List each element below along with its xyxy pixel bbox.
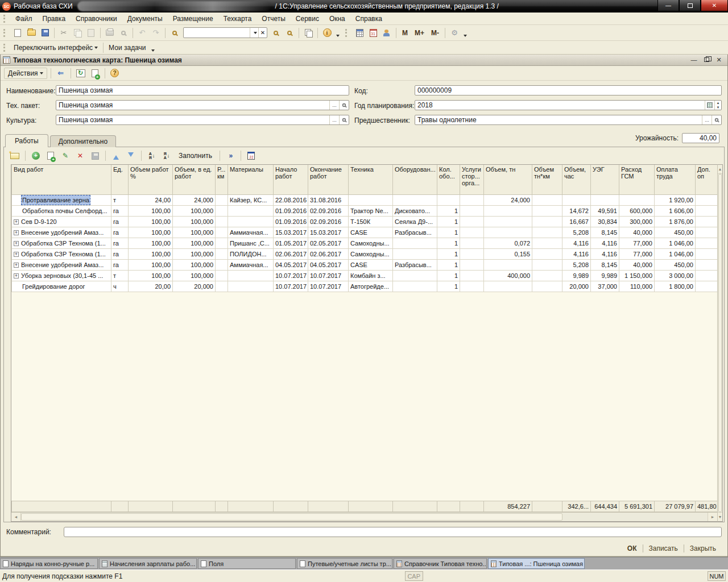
table-cell[interactable]: Т-150К: [349, 216, 393, 227]
table-cell[interactable]: CASE: [349, 227, 393, 238]
table-cell[interactable]: 4,116: [591, 248, 619, 259]
table-cell[interactable]: [696, 248, 718, 259]
table-cell[interactable]: [228, 281, 274, 292]
find-next-icon[interactable]: [270, 27, 282, 39]
memory-m-button[interactable]: M: [399, 29, 411, 37]
table-cell[interactable]: [532, 281, 562, 292]
year-field[interactable]: 2018 ▲▼: [415, 100, 722, 110]
expand-row-icon[interactable]: +: [14, 230, 19, 235]
taskbar-item[interactable]: Поля: [198, 558, 296, 569]
table-cell[interactable]: 0,155: [484, 248, 532, 259]
table-cell[interactable]: 100,000: [173, 227, 216, 238]
table-cell[interactable]: 100,00: [129, 216, 173, 227]
memory-mplus-button[interactable]: M+: [412, 29, 427, 37]
copy-row-icon[interactable]: [44, 149, 57, 162]
table-cell[interactable]: Аммиачная...: [228, 259, 274, 270]
copy-document-icon[interactable]: [89, 67, 101, 80]
table-cell[interactable]: [532, 227, 562, 238]
help-icon[interactable]: ?: [109, 67, 121, 80]
table-cell[interactable]: +Внесение удобрений Амаз...: [12, 259, 111, 270]
table-row[interactable]: Грейдирование дорогч20,0020,00010.07.201…: [12, 281, 718, 292]
year-spinner[interactable]: ▲▼: [714, 101, 721, 110]
taskbar-item[interactable]: Путевые/учетные листы тр...: [297, 558, 392, 569]
table-cell[interactable]: [349, 194, 393, 205]
table-cell[interactable]: 24,000: [173, 194, 216, 205]
table-cell[interactable]: Разбрасыв...: [393, 227, 437, 238]
table-cell[interactable]: 16,667: [562, 216, 591, 227]
table-cell[interactable]: 40,000: [619, 227, 655, 238]
table-cell[interactable]: 49,591: [591, 205, 619, 216]
toolbar-grip[interactable]: [345, 29, 349, 37]
expand-row-icon[interactable]: +: [14, 241, 19, 246]
expand-row-icon[interactable]: +: [14, 273, 19, 278]
print-icon[interactable]: [104, 27, 116, 39]
column-header[interactable]: Оплата труда: [655, 165, 696, 194]
period-calendar-icon[interactable]: 31: [245, 149, 258, 162]
user-lock-icon[interactable]: [380, 27, 393, 39]
actions-menu-button[interactable]: Действия: [4, 68, 47, 79]
doc-close-icon[interactable]: ✕: [715, 56, 723, 64]
open-icon[interactable]: [25, 27, 38, 39]
table-cell[interactable]: [216, 194, 228, 205]
move-up-icon[interactable]: [110, 149, 122, 162]
column-header[interactable]: Объем, тн: [484, 165, 532, 194]
table-cell[interactable]: 1: [437, 259, 460, 270]
calendar-icon[interactable]: 31: [367, 27, 379, 39]
table-cell[interactable]: [696, 270, 718, 281]
table-cell[interactable]: Дисковато...: [393, 205, 437, 216]
expand-row-icon[interactable]: +: [14, 252, 19, 257]
table-cell[interactable]: [460, 238, 484, 248]
table-cell[interactable]: Комбайн з...: [349, 270, 393, 281]
table-cell[interactable]: га: [111, 227, 129, 238]
table-cell[interactable]: 04.05.2017: [308, 259, 349, 270]
table-cell[interactable]: 1: [437, 216, 460, 227]
table-cell[interactable]: 5,208: [562, 259, 591, 270]
table-cell[interactable]: 77,000: [619, 238, 655, 248]
code-field[interactable]: 000000009: [415, 85, 722, 95]
switch-interface-button[interactable]: Переключить интерфейс: [10, 43, 101, 53]
table-cell[interactable]: +Уборка зерновых (30,1-45 ...: [12, 270, 111, 281]
table-cell[interactable]: [216, 248, 228, 259]
taskbar-item[interactable]: Типовая ...: Пшеница озимая: [488, 558, 585, 569]
table-cell[interactable]: 450,00: [655, 227, 696, 238]
predecessor-lookup-icon[interactable]: [712, 115, 721, 124]
table-cell[interactable]: [696, 205, 718, 216]
table-cell[interactable]: 100,000: [173, 270, 216, 281]
table-cell[interactable]: 4,116: [562, 238, 591, 248]
table-cell[interactable]: 1: [437, 238, 460, 248]
menu-item[interactable]: Отчеты: [257, 14, 290, 24]
table-cell[interactable]: [393, 238, 437, 248]
undo-icon[interactable]: ↶: [136, 27, 148, 39]
table-cell[interactable]: Автогрейде...: [349, 281, 393, 292]
table-cell[interactable]: [484, 259, 532, 270]
table-cell[interactable]: [460, 216, 484, 227]
predecessor-field[interactable]: Травы однолетние ...: [415, 115, 722, 125]
column-header[interactable]: Вид работ: [12, 165, 111, 194]
edit-row-icon[interactable]: ✎: [59, 149, 72, 162]
table-cell[interactable]: [696, 194, 718, 205]
search-icon[interactable]: [168, 27, 181, 39]
table-cell[interactable]: +Сев D-9-120: [12, 216, 111, 227]
table-cell[interactable]: [696, 281, 718, 292]
close-button[interactable]: ✕: [701, 0, 728, 11]
yield-field[interactable]: 40,00: [682, 133, 719, 143]
table-cell[interactable]: [460, 205, 484, 216]
table-cell[interactable]: [460, 248, 484, 259]
name-field[interactable]: Пшеница озимая: [56, 85, 349, 95]
table-cell[interactable]: [460, 194, 484, 205]
table-cell[interactable]: 4,116: [562, 248, 591, 259]
table-cell[interactable]: [393, 270, 437, 281]
table-cell[interactable]: т: [111, 194, 129, 205]
my-tasks-button[interactable]: Мои задачи: [105, 43, 149, 53]
table-cell[interactable]: 22.08.2016: [274, 194, 308, 205]
culture-ellipsis-button[interactable]: ...: [329, 115, 339, 124]
table-cell[interactable]: CASE: [349, 259, 393, 270]
table-row[interactable]: Протравливание зернат24,0024,000Кайзер, …: [12, 194, 718, 205]
end-edit-icon[interactable]: [89, 149, 101, 162]
table-cell[interactable]: 100,000: [173, 238, 216, 248]
table-cell[interactable]: [696, 238, 718, 248]
table-cell[interactable]: 1: [437, 270, 460, 281]
table-cell[interactable]: Пришанс ,С...: [228, 238, 274, 248]
sort-ascending-icon[interactable]: АЯ↓: [146, 149, 158, 162]
table-cell[interactable]: 24,00: [129, 194, 173, 205]
